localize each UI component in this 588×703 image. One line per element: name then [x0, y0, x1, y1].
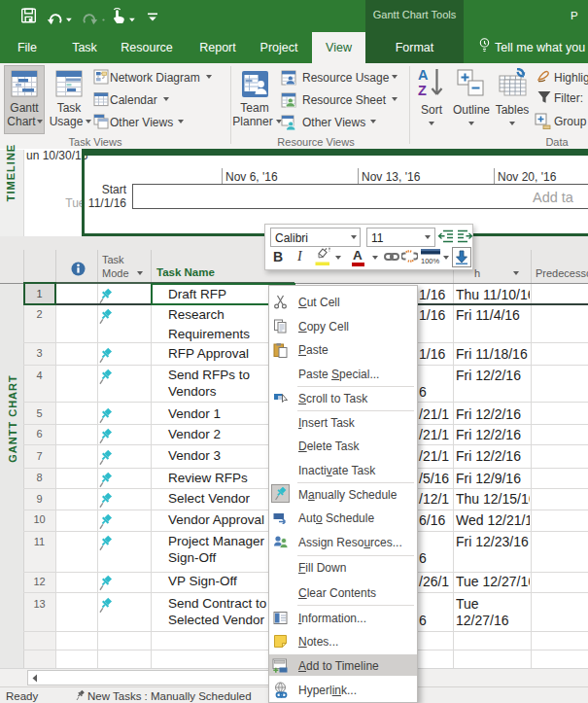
svg-text:100%: 100% — [421, 257, 440, 265]
svg-text:Z: Z — [418, 83, 427, 98]
svg-text:A: A — [418, 67, 429, 83]
